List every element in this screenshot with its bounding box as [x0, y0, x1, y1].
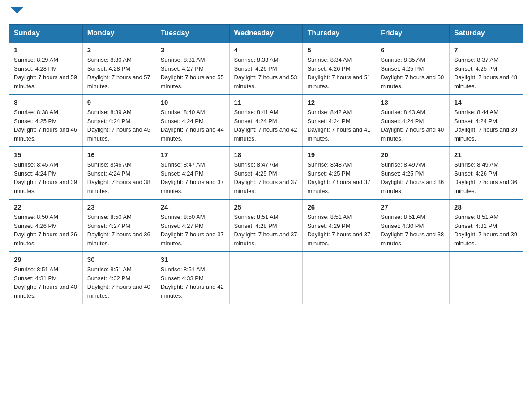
calendar-cell: 2 Sunrise: 8:30 AMSunset: 4:28 PMDayligh…: [82, 42, 156, 94]
calendar-cell: 25 Sunrise: 8:51 AMSunset: 4:28 PMDaylig…: [229, 199, 303, 252]
day-number: 10: [161, 98, 225, 106]
day-info: Sunrise: 8:38 AMSunset: 4:25 PMDaylight:…: [14, 108, 78, 143]
calendar-cell: 27 Sunrise: 8:51 AMSunset: 4:30 PMDaylig…: [376, 199, 450, 252]
day-info: Sunrise: 8:43 AMSunset: 4:24 PMDaylight:…: [381, 108, 445, 143]
logo: [9, 9, 23, 15]
day-number: 3: [161, 46, 225, 54]
calendar-week-row: 15 Sunrise: 8:45 AMSunset: 4:24 PMDaylig…: [9, 147, 523, 199]
day-info: Sunrise: 8:31 AMSunset: 4:27 PMDaylight:…: [161, 56, 225, 90]
day-info: Sunrise: 8:39 AMSunset: 4:24 PMDaylight:…: [87, 108, 151, 143]
day-number: 12: [307, 98, 371, 106]
calendar-cell: 24 Sunrise: 8:50 AMSunset: 4:27 PMDaylig…: [156, 199, 229, 252]
calendar-cell: 16 Sunrise: 8:46 AMSunset: 4:24 PMDaylig…: [82, 147, 156, 199]
calendar-cell: [303, 252, 376, 304]
day-number: 14: [454, 98, 518, 106]
day-info: Sunrise: 8:44 AMSunset: 4:24 PMDaylight:…: [454, 108, 518, 143]
day-number: 23: [87, 203, 151, 211]
calendar-cell: 4 Sunrise: 8:33 AMSunset: 4:26 PMDayligh…: [229, 42, 303, 94]
header-monday: Monday: [82, 25, 156, 43]
calendar-cell: 28 Sunrise: 8:51 AMSunset: 4:31 PMDaylig…: [450, 199, 523, 252]
day-number: 24: [161, 203, 225, 211]
calendar-week-row: 1 Sunrise: 8:29 AMSunset: 4:28 PMDayligh…: [9, 42, 523, 94]
day-number: 15: [14, 151, 78, 158]
calendar-week-row: 22 Sunrise: 8:50 AMSunset: 4:26 PMDaylig…: [9, 199, 523, 252]
day-info: Sunrise: 8:51 AMSunset: 4:28 PMDaylight:…: [234, 213, 298, 248]
logo-arrow-icon: [11, 7, 23, 13]
day-info: Sunrise: 8:29 AMSunset: 4:28 PMDaylight:…: [14, 56, 78, 90]
calendar-cell: 29 Sunrise: 8:51 AMSunset: 4:31 PMDaylig…: [9, 252, 83, 304]
day-number: 17: [161, 151, 225, 158]
day-info: Sunrise: 8:51 AMSunset: 4:33 PMDaylight:…: [161, 265, 225, 300]
calendar-cell: 19 Sunrise: 8:48 AMSunset: 4:25 PMDaylig…: [303, 147, 376, 199]
header-thursday: Thursday: [303, 25, 376, 43]
header-sunday: Sunday: [9, 25, 83, 43]
day-info: Sunrise: 8:34 AMSunset: 4:26 PMDaylight:…: [307, 56, 371, 90]
day-info: Sunrise: 8:33 AMSunset: 4:26 PMDaylight:…: [234, 56, 298, 90]
calendar-cell: [229, 252, 303, 304]
calendar-cell: 14 Sunrise: 8:44 AMSunset: 4:24 PMDaylig…: [450, 94, 523, 147]
day-number: 25: [234, 203, 298, 211]
calendar-cell: 3 Sunrise: 8:31 AMSunset: 4:27 PMDayligh…: [156, 42, 229, 94]
day-number: 31: [161, 256, 225, 263]
day-info: Sunrise: 8:35 AMSunset: 4:25 PMDaylight:…: [381, 56, 445, 90]
day-number: 13: [381, 98, 445, 106]
calendar-cell: 9 Sunrise: 8:39 AMSunset: 4:24 PMDayligh…: [82, 94, 156, 147]
day-info: Sunrise: 8:47 AMSunset: 4:24 PMDaylight:…: [161, 160, 225, 195]
calendar-header: Sunday Monday Tuesday Wednesday Thursday…: [9, 25, 523, 43]
calendar-cell: [376, 252, 450, 304]
day-info: Sunrise: 8:37 AMSunset: 4:25 PMDaylight:…: [454, 56, 518, 90]
header-wednesday: Wednesday: [229, 25, 303, 43]
calendar-cell: 11 Sunrise: 8:41 AMSunset: 4:24 PMDaylig…: [229, 94, 303, 147]
day-info: Sunrise: 8:51 AMSunset: 4:31 PMDaylight:…: [14, 265, 78, 300]
day-number: 5: [307, 46, 371, 54]
calendar-cell: 21 Sunrise: 8:49 AMSunset: 4:26 PMDaylig…: [450, 147, 523, 199]
day-info: Sunrise: 8:51 AMSunset: 4:29 PMDaylight:…: [307, 213, 371, 248]
day-number: 29: [14, 256, 78, 263]
day-number: 6: [381, 46, 445, 54]
calendar-cell: 12 Sunrise: 8:42 AMSunset: 4:24 PMDaylig…: [303, 94, 376, 147]
day-number: 1: [14, 46, 78, 54]
day-number: 18: [234, 151, 298, 158]
day-info: Sunrise: 8:51 AMSunset: 4:32 PMDaylight:…: [87, 265, 151, 300]
header-saturday: Saturday: [450, 25, 523, 43]
calendar-body: 1 Sunrise: 8:29 AMSunset: 4:28 PMDayligh…: [9, 42, 523, 304]
day-info: Sunrise: 8:30 AMSunset: 4:28 PMDaylight:…: [87, 56, 151, 90]
header-friday: Friday: [376, 25, 450, 43]
day-number: 7: [454, 46, 518, 54]
day-info: Sunrise: 8:48 AMSunset: 4:25 PMDaylight:…: [307, 160, 371, 195]
day-info: Sunrise: 8:50 AMSunset: 4:26 PMDaylight:…: [14, 213, 78, 248]
page-header: [9, 9, 523, 15]
calendar-cell: 7 Sunrise: 8:37 AMSunset: 4:25 PMDayligh…: [450, 42, 523, 94]
day-info: Sunrise: 8:51 AMSunset: 4:31 PMDaylight:…: [454, 213, 518, 248]
calendar-week-row: 29 Sunrise: 8:51 AMSunset: 4:31 PMDaylig…: [9, 252, 523, 304]
calendar-cell: 17 Sunrise: 8:47 AMSunset: 4:24 PMDaylig…: [156, 147, 229, 199]
day-number: 9: [87, 98, 151, 106]
day-info: Sunrise: 8:42 AMSunset: 4:24 PMDaylight:…: [307, 108, 371, 143]
calendar-cell: 1 Sunrise: 8:29 AMSunset: 4:28 PMDayligh…: [9, 42, 83, 94]
day-info: Sunrise: 8:49 AMSunset: 4:26 PMDaylight:…: [454, 160, 518, 195]
day-info: Sunrise: 8:51 AMSunset: 4:30 PMDaylight:…: [381, 213, 445, 248]
calendar-cell: 23 Sunrise: 8:50 AMSunset: 4:27 PMDaylig…: [82, 199, 156, 252]
calendar-cell: 6 Sunrise: 8:35 AMSunset: 4:25 PMDayligh…: [376, 42, 450, 94]
calendar-cell: 10 Sunrise: 8:40 AMSunset: 4:24 PMDaylig…: [156, 94, 229, 147]
day-number: 19: [307, 151, 371, 158]
day-info: Sunrise: 8:41 AMSunset: 4:24 PMDaylight:…: [234, 108, 298, 143]
day-info: Sunrise: 8:46 AMSunset: 4:24 PMDaylight:…: [87, 160, 151, 195]
header-row: Sunday Monday Tuesday Wednesday Thursday…: [9, 25, 523, 43]
header-tuesday: Tuesday: [156, 25, 229, 43]
day-number: 16: [87, 151, 151, 158]
day-info: Sunrise: 8:45 AMSunset: 4:24 PMDaylight:…: [14, 160, 78, 195]
calendar-cell: 30 Sunrise: 8:51 AMSunset: 4:32 PMDaylig…: [82, 252, 156, 304]
calendar-week-row: 8 Sunrise: 8:38 AMSunset: 4:25 PMDayligh…: [9, 94, 523, 147]
calendar-cell: 20 Sunrise: 8:49 AMSunset: 4:25 PMDaylig…: [376, 147, 450, 199]
calendar-cell: 31 Sunrise: 8:51 AMSunset: 4:33 PMDaylig…: [156, 252, 229, 304]
day-number: 28: [454, 203, 518, 211]
day-number: 11: [234, 98, 298, 106]
day-number: 8: [14, 98, 78, 106]
day-number: 21: [454, 151, 518, 158]
calendar-cell: 22 Sunrise: 8:50 AMSunset: 4:26 PMDaylig…: [9, 199, 83, 252]
day-info: Sunrise: 8:50 AMSunset: 4:27 PMDaylight:…: [87, 213, 151, 248]
calendar-cell: 26 Sunrise: 8:51 AMSunset: 4:29 PMDaylig…: [303, 199, 376, 252]
day-number: 26: [307, 203, 371, 211]
day-number: 22: [14, 203, 78, 211]
